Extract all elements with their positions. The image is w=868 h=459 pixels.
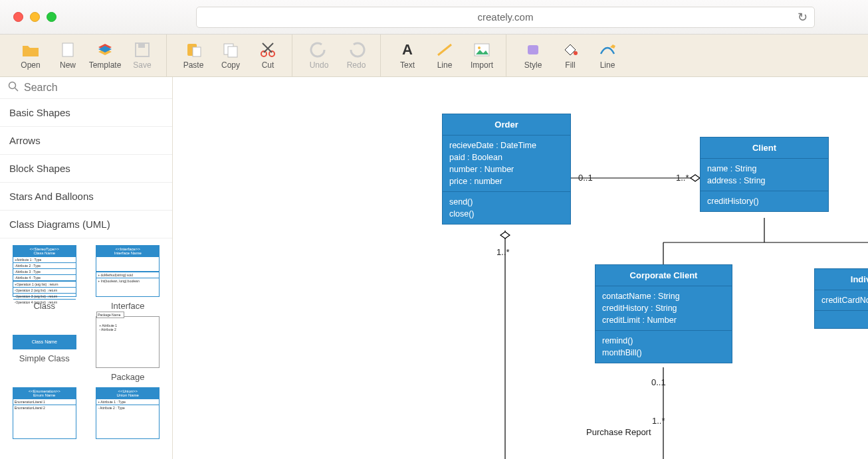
svg-line-17 [15, 88, 19, 92]
shape-tile-label: Simple Class [19, 353, 70, 363]
shape-grid: <<StereoType>>Class Name+Attribute 1 : T… [0, 238, 172, 450]
svg-line-11 [438, 45, 451, 55]
toolbar: OpenNewTemplateSavePasteCopyCutUndoRedoA… [0, 35, 868, 77]
shape-tile-label: Class [33, 301, 55, 311]
copy-icon [221, 42, 240, 58]
tool-label: Template [89, 60, 122, 70]
paste-icon [184, 42, 203, 58]
cut-icon [259, 42, 277, 58]
linestyle-icon [598, 42, 617, 58]
edge-label: 0..1 [578, 173, 593, 183]
maximize-window-button[interactable] [47, 12, 56, 22]
edge-label: 0..1 [651, 377, 666, 387]
svg-rect-2 [138, 43, 145, 48]
search-row [0, 77, 172, 99]
tool-label: Paste [183, 60, 204, 70]
tool-label: Text [400, 60, 415, 70]
uml-class-client[interactable]: Clientname : Stringaddress : Stringcredi… [700, 137, 829, 212]
new-file-button[interactable]: Open [13, 42, 48, 70]
svg-marker-19 [691, 175, 700, 181]
uml-class-order[interactable]: OrderrecieveDate : DateTimepaid : Boolea… [442, 114, 571, 225]
svg-rect-0 [62, 43, 73, 56]
redo-icon [347, 42, 366, 58]
svg-point-13 [478, 46, 481, 49]
class-methods [815, 311, 868, 328]
category-block-shapes[interactable]: Block Shapes [0, 155, 172, 183]
save-button[interactable]: Save [125, 42, 160, 70]
category-arrows[interactable]: Arrows [0, 127, 172, 155]
class-attributes: recieveDate : DateTimepaid : Booleannumb… [443, 136, 570, 192]
category-class-diagrams-uml-[interactable]: Class Diagrams (UML) [0, 211, 172, 238]
minimize-window-button[interactable] [30, 12, 40, 22]
stack-icon [96, 42, 114, 58]
undo-button[interactable]: Undo [302, 42, 336, 70]
svg-marker-21 [500, 232, 510, 238]
fill-button[interactable]: Fill [553, 42, 588, 70]
class-attributes: name : Stringaddress : String [701, 159, 828, 191]
search-icon [8, 81, 19, 94]
tool-label: Save [133, 60, 151, 70]
tool-label: New [60, 60, 76, 70]
edge-label: 1..* [496, 247, 510, 257]
cut-button[interactable]: Cut [251, 42, 285, 70]
tool-label: Cut [262, 60, 274, 70]
tool-label: Line [437, 60, 453, 70]
category-basic-shapes[interactable]: Basic Shapes [0, 99, 172, 127]
tool-label: Style [524, 60, 542, 70]
undo-icon [310, 42, 328, 58]
fill-icon [561, 42, 580, 58]
shape-tile-item5[interactable]: <<Union>>Union Name+ Attribute 1 : Type-… [89, 387, 167, 443]
svg-rect-6 [228, 46, 237, 57]
copy-button[interactable]: Copy [213, 42, 248, 70]
edge-label: Purchase Report [586, 427, 651, 437]
window-controls [13, 12, 56, 22]
shape-tile-interface[interactable]: <<Interface>>Interface Name+ doMethod(st… [89, 245, 167, 311]
class-methods: remind()monthBill() [596, 331, 732, 363]
class-methods: creditHistory() [701, 191, 828, 211]
uml-class-corporate[interactable]: Corporate ClientcontactName : Stringcred… [595, 264, 732, 363]
canvas[interactable]: OrderrecieveDate : DateTimepaid : Boolea… [173, 77, 868, 459]
reload-icon[interactable]: ↻ [798, 10, 808, 25]
tool-label: Copy [221, 60, 240, 70]
linestyle-button[interactable]: Line [590, 42, 625, 70]
class-title: Individual Client [815, 269, 868, 290]
shape-tile-package[interactable]: Package Name+ Attribute 1- Attribute 2Pa… [89, 316, 167, 382]
svg-point-16 [9, 82, 16, 89]
search-input[interactable] [24, 82, 164, 94]
tool-label: Fill [565, 60, 575, 70]
save-icon [133, 42, 152, 58]
class-methods: send()close() [443, 192, 570, 224]
style-icon [524, 42, 542, 58]
class-attributes: contactName : StringcreditHistory : Stri… [596, 286, 732, 331]
style-button[interactable]: Style [516, 42, 550, 70]
edge-label: 1..* [676, 173, 689, 183]
redo-button[interactable]: Redo [339, 42, 374, 70]
new-button[interactable]: New [51, 42, 85, 70]
shape-tile-label: Package [111, 372, 145, 382]
class-title: Order [443, 114, 570, 136]
category-stars-and-balloons[interactable]: Stars And Balloons [0, 183, 172, 211]
workspace: Basic ShapesArrowsBlock ShapesStars And … [0, 77, 868, 459]
tool-label: Redo [347, 60, 366, 70]
uml-class-individual[interactable]: Individual ClientcreditCardNo : int [814, 268, 868, 329]
url-bar[interactable]: creately.com ↻ [196, 7, 815, 28]
shape-tile-class[interactable]: <<StereoType>>Class Name+Attribute 1 : T… [5, 245, 84, 311]
paste-button[interactable]: Paste [176, 42, 211, 70]
text-button[interactable]: AText [390, 42, 425, 70]
class-attributes: creditCardNo : int [815, 290, 868, 311]
template-button[interactable]: Template [88, 42, 122, 70]
class-title: Corporate Client [596, 265, 732, 286]
close-window-button[interactable] [13, 12, 23, 22]
line-button[interactable]: Line [427, 42, 462, 70]
shape-tile-simple-class[interactable]: Class NameSimple Class [5, 316, 84, 382]
tool-label: Line [600, 60, 615, 70]
sidebar: Basic ShapesArrowsBlock ShapesStars And … [0, 77, 173, 459]
shape-tile-item4[interactable]: <<Enumeration>>Enum NameEnumerationLiter… [5, 387, 84, 443]
file-icon [58, 42, 77, 58]
text-icon: A [398, 42, 417, 58]
import-button[interactable]: Import [465, 42, 499, 70]
svg-point-15 [574, 51, 578, 55]
lineshape-icon [435, 42, 454, 58]
tool-label: Import [471, 60, 493, 70]
edge-label: 1..* [652, 416, 665, 426]
